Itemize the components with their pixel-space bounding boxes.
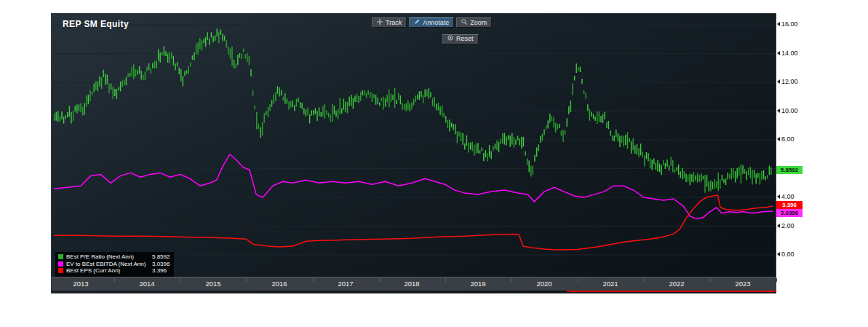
- x-axis-tick: [247, 278, 247, 282]
- x-axis-year-label: 2023: [735, 280, 750, 288]
- security-title: REP SM Equity: [63, 19, 129, 29]
- x-axis-year-label: 2021: [602, 280, 618, 288]
- x-axis-year-label: 2017: [338, 280, 353, 288]
- x-axis-tick: [379, 278, 380, 282]
- y-axis-tick-label: 0.00: [777, 251, 795, 258]
- x-axis: 2013201420152016201720182019202020212022…: [52, 277, 776, 291]
- reset-button-label: Reset: [456, 34, 474, 44]
- legend-swatch: [58, 254, 63, 259]
- last-value-tag: 3.396: [776, 201, 803, 209]
- legend-series-name: EV to BEst EBITDA (Next Ann): [66, 261, 152, 267]
- legend-series-name: BEst EPS (Curr Ann): [66, 267, 152, 274]
- legend-row[interactable]: EV to BEst EBITDA (Next Ann)3.0396: [58, 261, 170, 268]
- legend-row[interactable]: BEst EPS (Curr Ann)3.396: [58, 267, 170, 275]
- y-axis-tick-label: 16.00: [777, 20, 798, 28]
- x-axis-year-label: 2015: [205, 280, 220, 288]
- annotate-button-label: Annotate: [423, 18, 449, 28]
- legend-row[interactable]: BEst P/E Ratio (Next Ann)5.8592: [58, 253, 170, 261]
- y-axis-tick-label: 14.00: [777, 50, 798, 57]
- y-axis-tick-label: 10.00: [777, 107, 798, 114]
- track-button-label: Track: [386, 18, 402, 28]
- crosshair-icon: [377, 18, 383, 28]
- x-axis-tick: [578, 278, 578, 282]
- zoom-button-label: Zoom: [470, 18, 487, 28]
- last-value-tag: 3.0396: [776, 209, 803, 217]
- legend-swatch: [58, 268, 63, 273]
- reset-button[interactable]: Reset: [442, 34, 479, 44]
- legend-series-value: 3.396: [152, 267, 167, 274]
- x-axis-year-label: 2013: [73, 280, 88, 288]
- chart-toolbar: Track Annotate Zoom: [372, 17, 492, 28]
- x-axis-tick: [445, 278, 446, 282]
- x-axis-tick: [776, 278, 777, 282]
- pencil-icon: [414, 18, 420, 28]
- chart-plot-area[interactable]: [52, 14, 777, 279]
- track-button[interactable]: Track: [372, 17, 407, 28]
- last-value-tag: 5.8592: [776, 166, 803, 174]
- x-axis-year-label: 2020: [536, 280, 552, 288]
- y-axis-tick-label: 12.00: [777, 78, 798, 85]
- x-axis-year-label: 2022: [669, 280, 684, 288]
- red-range-marker: [567, 291, 776, 292]
- legend-swatch: [58, 261, 63, 267]
- x-axis-year-label: 2014: [139, 280, 154, 288]
- y-axis-tick-label: 8.00: [777, 135, 795, 143]
- x-axis-tick: [180, 278, 181, 282]
- x-axis-year-label: 2016: [271, 280, 287, 288]
- y-axis-tick-label: 4.00: [777, 193, 795, 200]
- x-axis-year-label: 2018: [404, 280, 419, 288]
- x-axis-tick: [710, 278, 711, 282]
- legend-series-name: BEst P/E Ratio (Next Ann): [66, 253, 152, 260]
- reset-icon: [447, 34, 453, 44]
- x-axis-year-label: 2019: [470, 280, 485, 288]
- x-axis-tick: [313, 278, 314, 282]
- x-axis-tick: [511, 278, 512, 282]
- x-axis-tick: [114, 278, 115, 282]
- chart-panel: REP SM Equity Track Annotate Zoom R: [51, 13, 776, 293]
- legend-series-value: 5.8592: [152, 253, 170, 260]
- series-legend: BEst P/E Ratio (Next Ann)5.8592EV to BEs…: [55, 252, 174, 277]
- zoom-button[interactable]: Zoom: [456, 17, 492, 28]
- annotate-button[interactable]: Annotate: [409, 17, 454, 28]
- y-axis-tick-label: 2.00: [777, 222, 795, 229]
- magnifier-icon: [461, 18, 467, 28]
- screen: { "window": { "title": "REP SM Equity" }…: [0, 0, 868, 327]
- x-axis-tick: [644, 278, 645, 282]
- legend-series-value: 3.0396: [152, 261, 170, 267]
